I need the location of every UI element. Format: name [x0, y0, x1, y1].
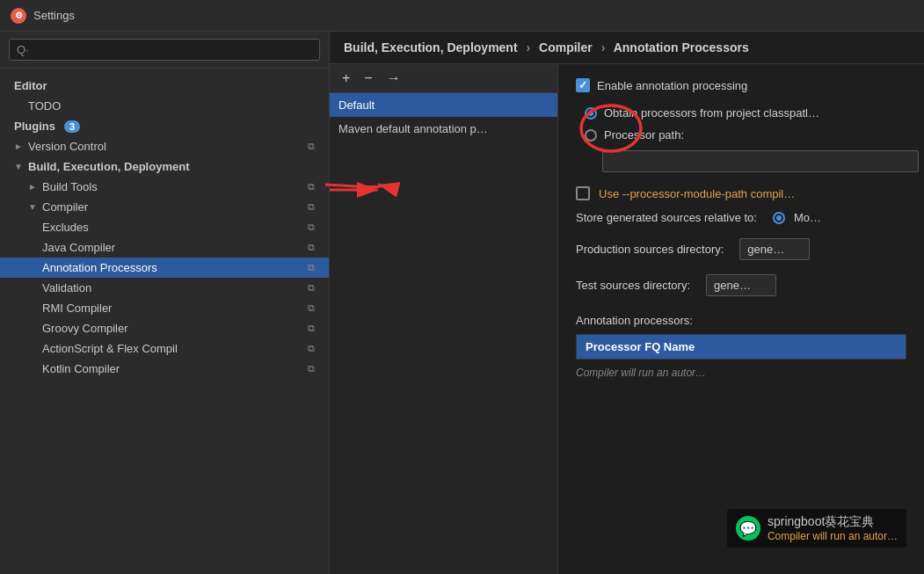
- sidebar-item-kotlin[interactable]: Kotlin Compiler ⧉: [0, 359, 329, 379]
- store-sources-label: Store generated sources relative to:: [576, 211, 757, 224]
- wechat-watermark: 💬 springboot葵花宝典 Compiler will run an au…: [727, 509, 906, 548]
- obtain-processors-row: Obtain processors from project classpatl…: [585, 106, 906, 120]
- search-wrapper[interactable]: Q·: [9, 39, 320, 61]
- store-sources-row: Store generated sources relative to: Mo…: [576, 211, 906, 224]
- sidebar-label-rmi-compiler: RMI Compiler: [42, 302, 112, 315]
- copy-icon-compiler: ⧉: [308, 201, 315, 213]
- copy-icon-as: ⧉: [308, 343, 315, 354]
- sidebar-item-actionscript[interactable]: ActionScript & Flex Compil ⧉: [0, 338, 329, 359]
- copy-icon-bt: ⧉: [308, 181, 315, 193]
- copy-icon-validation: ⧉: [308, 282, 315, 294]
- arrow-button[interactable]: →: [382, 69, 406, 87]
- breadcrumb-sep1: ›: [526, 40, 530, 54]
- sidebar-item-rmi-compiler[interactable]: RMI Compiler ⧉: [0, 298, 329, 318]
- sidebar-item-todo[interactable]: TODO: [0, 96, 329, 116]
- sidebar-item-compiler[interactable]: ▼ Compiler ⧉: [0, 197, 329, 217]
- store-sources-radio[interactable]: [773, 212, 785, 224]
- sidebar-item-editor[interactable]: Editor: [0, 76, 329, 96]
- app-icon: ⚙: [11, 8, 26, 24]
- copy-icon-ap: ⧉: [308, 262, 315, 273]
- copy-icon-kotlin: ⧉: [308, 363, 315, 374]
- processors-table-header: Processor FQ Name: [577, 335, 906, 359]
- sidebar-item-java-compiler[interactable]: Java Compiler ⧉: [0, 237, 329, 258]
- enable-annotation-checkbox-wrapper[interactable]: Enable annotation processing: [576, 78, 747, 92]
- sidebar-item-excludes[interactable]: Excludes ⧉: [0, 217, 329, 237]
- content-area: + − → Default Maven default annotation p…: [330, 64, 924, 574]
- bottom-note: Compiler will run an autor…: [576, 367, 906, 379]
- processor-module-label: Use --processor-module-path compil…: [599, 187, 795, 200]
- breadcrumb-part1: Build, Execution, Deployment: [344, 40, 518, 54]
- enable-annotation-row: Enable annotation processing: [576, 78, 906, 92]
- sidebar-label-actionscript: ActionScript & Flex Compil: [42, 342, 178, 355]
- processor-item-maven[interactable]: Maven default annotation p…: [330, 117, 557, 141]
- sidebar-label-version-control: Version Control: [28, 140, 106, 153]
- prod-sources-row: Production sources directory:: [576, 238, 906, 260]
- sidebar-item-groovy-compiler[interactable]: Groovy Compiler ⧉: [0, 318, 329, 338]
- prod-sources-label: Production sources directory:: [576, 243, 724, 256]
- processor-item-maven-label: Maven default annotation p…: [338, 122, 488, 135]
- window-title: Settings: [33, 9, 75, 22]
- sidebar-item-plugins[interactable]: Plugins 3: [0, 116, 329, 136]
- search-icon: Q·: [17, 43, 29, 56]
- sidebar-label-validation: Validation: [42, 281, 91, 294]
- processor-item-default[interactable]: Default: [330, 93, 557, 117]
- obtain-processors-radio[interactable]: [585, 107, 597, 120]
- sidebar-label-groovy-compiler: Groovy Compiler: [42, 322, 128, 335]
- prod-sources-input[interactable]: [739, 238, 810, 260]
- arrow-build: ▼: [14, 162, 23, 171]
- sidebar-item-build-tools[interactable]: ► Build Tools ⧉: [0, 177, 329, 197]
- processor-path-input[interactable]: [602, 150, 919, 172]
- settings-panel: Enable annotation processing Obtain proc…: [558, 64, 924, 574]
- processor-module-checkbox[interactable]: [576, 186, 590, 200]
- processor-item-default-label: Default: [338, 98, 375, 112]
- sidebar-label-editor: Editor: [14, 79, 47, 92]
- breadcrumb-part2: Compiler: [539, 40, 593, 54]
- annotation-processors-section: Annotation processors: Processor FQ Name…: [576, 314, 906, 379]
- remove-button[interactable]: −: [359, 69, 377, 87]
- sidebar-label-todo: TODO: [28, 99, 61, 113]
- copy-icon-rmi: ⧉: [308, 302, 315, 314]
- test-sources-input[interactable]: [706, 274, 776, 296]
- copy-icon-vc: ⧉: [308, 141, 315, 152]
- sidebar: Q· Editor TODO Plugins 3 ► Version Contr…: [0, 32, 330, 574]
- processor-path-label: Processor path:: [604, 128, 684, 142]
- wechat-logo: 💬: [736, 516, 760, 541]
- arrow-compiler: ▼: [28, 202, 37, 212]
- sidebar-item-version-control[interactable]: ► Version Control ⧉: [0, 136, 329, 156]
- sidebar-item-build-execution[interactable]: ▼ Build, Execution, Deployment: [0, 156, 329, 177]
- annotation-processors-section-label: Annotation processors:: [576, 314, 906, 327]
- search-input[interactable]: [34, 43, 312, 56]
- sidebar-item-annotation-processors[interactable]: Annotation Processors ⧉: [0, 258, 329, 278]
- add-button[interactable]: +: [337, 69, 355, 87]
- sidebar-label-plugins: Plugins: [14, 120, 55, 133]
- plugins-badge: 3: [64, 120, 80, 133]
- sidebar-label-build: Build, Execution, Deployment: [28, 160, 189, 173]
- wechat-label: springboot葵花宝典: [768, 514, 898, 530]
- enable-annotation-checkbox[interactable]: [576, 78, 590, 92]
- sidebar-label-build-tools: Build Tools: [42, 180, 98, 193]
- main-layout: Q· Editor TODO Plugins 3 ► Version Contr…: [0, 32, 924, 574]
- processor-module-row: Use --processor-module-path compil…: [576, 186, 906, 200]
- copy-icon-groovy: ⧉: [308, 323, 315, 334]
- sidebar-content: Editor TODO Plugins 3 ► Version Control …: [0, 69, 329, 574]
- sidebar-label-kotlin: Kotlin Compiler: [42, 362, 120, 375]
- right-panel: Build, Execution, Deployment › Compiler …: [330, 32, 924, 574]
- processor-list-panel: + − → Default Maven default annotation p…: [330, 64, 558, 574]
- breadcrumb-sep2: ›: [601, 40, 606, 54]
- arrow-version-control: ►: [14, 142, 23, 151]
- test-sources-label: Test sources directory:: [576, 279, 690, 292]
- title-bar: ⚙ Settings: [0, 0, 924, 32]
- copy-icon-excludes: ⧉: [308, 222, 315, 233]
- sidebar-label-annotation-processors: Annotation Processors: [42, 261, 157, 274]
- wechat-sublabel: Compiler will run an autor…: [768, 530, 898, 542]
- toolbar: + − →: [330, 64, 557, 93]
- processor-path-radio[interactable]: [585, 129, 597, 142]
- copy-icon-java: ⧉: [308, 242, 315, 253]
- test-sources-row: Test sources directory:: [576, 274, 906, 296]
- sidebar-item-validation[interactable]: Validation ⧉: [0, 278, 329, 298]
- breadcrumb: Build, Execution, Deployment › Compiler …: [330, 32, 924, 64]
- sidebar-label-excludes: Excludes: [42, 221, 89, 234]
- obtain-processors-label: Obtain processors from project classpatl…: [604, 106, 819, 120]
- arrow-build-tools: ►: [28, 182, 37, 192]
- search-bar: Q·: [0, 32, 329, 69]
